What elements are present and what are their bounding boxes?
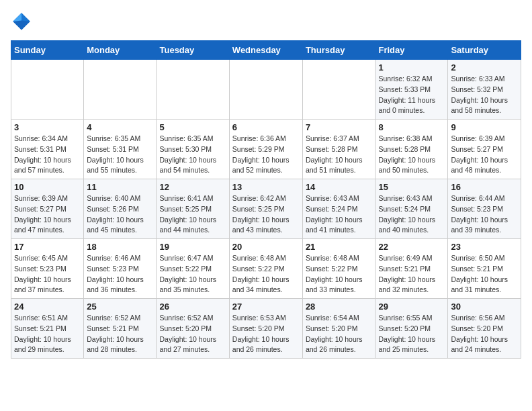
day-number: 19: [159, 242, 226, 252]
calendar-cell: [229, 60, 302, 120]
day-info: Sunrise: 6:43 AM Sunset: 5:24 PM Dayligh…: [378, 193, 445, 236]
day-info: Sunrise: 6:42 AM Sunset: 5:25 PM Dayligh…: [232, 193, 300, 236]
calendar-cell: 28Sunrise: 6:54 AM Sunset: 5:20 PM Dayli…: [302, 299, 375, 359]
weekday-sunday: Sunday: [11, 41, 84, 60]
calendar-cell: 11Sunrise: 6:40 AM Sunset: 5:26 PM Dayli…: [84, 179, 157, 239]
calendar-cell: 19Sunrise: 6:47 AM Sunset: 5:22 PM Dayli…: [157, 239, 229, 299]
day-info: Sunrise: 6:48 AM Sunset: 5:22 PM Dayligh…: [306, 253, 373, 295]
day-number: 21: [306, 242, 373, 252]
day-number: 9: [451, 122, 518, 132]
day-number: 7: [306, 122, 373, 132]
calendar-cell: 15Sunrise: 6:43 AM Sunset: 5:24 PM Dayli…: [375, 179, 448, 239]
day-number: 18: [87, 242, 153, 252]
day-info: Sunrise: 6:49 AM Sunset: 5:21 PM Dayligh…: [378, 253, 445, 295]
day-info: Sunrise: 6:38 AM Sunset: 5:28 PM Dayligh…: [378, 134, 445, 176]
day-number: 29: [378, 302, 445, 312]
day-number: 1: [378, 62, 445, 73]
day-info: Sunrise: 6:44 AM Sunset: 5:23 PM Dayligh…: [451, 193, 518, 236]
day-info: Sunrise: 6:54 AM Sunset: 5:20 PM Dayligh…: [306, 313, 373, 355]
day-info: Sunrise: 6:55 AM Sunset: 5:20 PM Dayligh…: [378, 313, 445, 355]
day-info: Sunrise: 6:39 AM Sunset: 5:27 PM Dayligh…: [451, 134, 518, 176]
calendar-cell: 25Sunrise: 6:52 AM Sunset: 5:21 PM Dayli…: [84, 299, 157, 359]
calendar-header: SundayMondayTuesdayWednesdayThursdayFrid…: [11, 41, 521, 60]
calendar-cell: 30Sunrise: 6:56 AM Sunset: 5:20 PM Dayli…: [448, 299, 521, 359]
svg-marker-1: [21, 13, 30, 21]
calendar-cell: 20Sunrise: 6:48 AM Sunset: 5:22 PM Dayli…: [229, 239, 302, 299]
day-number: 12: [159, 182, 226, 192]
day-number: 23: [451, 242, 518, 252]
weekday-wednesday: Wednesday: [229, 41, 302, 60]
day-number: 15: [378, 182, 445, 192]
calendar-cell: [84, 60, 157, 120]
calendar-cell: 17Sunrise: 6:45 AM Sunset: 5:23 PM Dayli…: [11, 239, 84, 299]
calendar-cell: 27Sunrise: 6:53 AM Sunset: 5:20 PM Dayli…: [229, 299, 302, 359]
day-number: 28: [306, 302, 373, 312]
day-info: Sunrise: 6:35 AM Sunset: 5:31 PM Dayligh…: [87, 134, 153, 176]
day-info: Sunrise: 6:53 AM Sunset: 5:20 PM Dayligh…: [232, 313, 300, 355]
day-info: Sunrise: 6:39 AM Sunset: 5:27 PM Dayligh…: [14, 193, 81, 236]
day-number: 24: [14, 302, 81, 312]
calendar-cell: [11, 60, 84, 120]
day-number: 17: [14, 242, 81, 252]
calendar-table: SundayMondayTuesdayWednesdayThursdayFrid…: [11, 40, 521, 359]
calendar-cell: 8Sunrise: 6:38 AM Sunset: 5:28 PM Daylig…: [375, 120, 448, 179]
day-number: 25: [87, 302, 153, 312]
calendar-cell: 1Sunrise: 6:32 AM Sunset: 5:33 PM Daylig…: [375, 60, 448, 120]
day-info: Sunrise: 6:41 AM Sunset: 5:25 PM Dayligh…: [159, 193, 226, 236]
day-info: Sunrise: 6:52 AM Sunset: 5:20 PM Dayligh…: [159, 313, 226, 355]
calendar-cell: 13Sunrise: 6:42 AM Sunset: 5:25 PM Dayli…: [229, 179, 302, 239]
calendar-cell: 16Sunrise: 6:44 AM Sunset: 5:23 PM Dayli…: [448, 179, 521, 239]
day-info: Sunrise: 6:40 AM Sunset: 5:26 PM Dayligh…: [87, 193, 153, 236]
calendar-cell: 4Sunrise: 6:35 AM Sunset: 5:31 PM Daylig…: [84, 120, 157, 179]
calendar-cell: 29Sunrise: 6:55 AM Sunset: 5:20 PM Dayli…: [375, 299, 448, 359]
day-number: 11: [87, 182, 153, 192]
day-number: 26: [159, 302, 226, 312]
day-number: 10: [14, 182, 81, 192]
day-number: 4: [87, 122, 153, 132]
calendar-cell: 2Sunrise: 6:33 AM Sunset: 5:32 PM Daylig…: [448, 60, 521, 120]
logo-icon: [11, 11, 32, 32]
calendar-week-1: 1Sunrise: 6:32 AM Sunset: 5:33 PM Daylig…: [11, 60, 521, 120]
weekday-header-row: SundayMondayTuesdayWednesdayThursdayFrid…: [11, 41, 521, 60]
day-number: 6: [232, 122, 300, 132]
day-info: Sunrise: 6:46 AM Sunset: 5:23 PM Dayligh…: [87, 253, 153, 295]
calendar-week-4: 17Sunrise: 6:45 AM Sunset: 5:23 PM Dayli…: [11, 239, 521, 299]
day-info: Sunrise: 6:50 AM Sunset: 5:21 PM Dayligh…: [451, 253, 518, 295]
day-number: 30: [451, 302, 518, 312]
day-info: Sunrise: 6:56 AM Sunset: 5:20 PM Dayligh…: [451, 313, 518, 355]
calendar-cell: [302, 60, 375, 120]
calendar-cell: 3Sunrise: 6:34 AM Sunset: 5:31 PM Daylig…: [11, 120, 84, 179]
day-number: 14: [306, 182, 373, 192]
calendar-cell: 21Sunrise: 6:48 AM Sunset: 5:22 PM Dayli…: [302, 239, 375, 299]
calendar-cell: 22Sunrise: 6:49 AM Sunset: 5:21 PM Dayli…: [375, 239, 448, 299]
page-header: [11, 11, 521, 32]
day-info: Sunrise: 6:45 AM Sunset: 5:23 PM Dayligh…: [14, 253, 81, 295]
calendar-cell: 24Sunrise: 6:51 AM Sunset: 5:21 PM Dayli…: [11, 299, 84, 359]
day-number: 16: [451, 182, 518, 192]
calendar-cell: 14Sunrise: 6:43 AM Sunset: 5:24 PM Dayli…: [302, 179, 375, 239]
calendar-cell: 9Sunrise: 6:39 AM Sunset: 5:27 PM Daylig…: [448, 120, 521, 179]
calendar-cell: 23Sunrise: 6:50 AM Sunset: 5:21 PM Dayli…: [448, 239, 521, 299]
calendar-cell: 6Sunrise: 6:36 AM Sunset: 5:29 PM Daylig…: [229, 120, 302, 179]
day-number: 5: [159, 122, 226, 132]
day-number: 3: [14, 122, 81, 132]
weekday-saturday: Saturday: [448, 41, 521, 60]
day-info: Sunrise: 6:52 AM Sunset: 5:21 PM Dayligh…: [87, 313, 153, 355]
calendar-body: 1Sunrise: 6:32 AM Sunset: 5:33 PM Daylig…: [11, 60, 521, 359]
calendar-cell: [157, 60, 229, 120]
calendar-cell: 12Sunrise: 6:41 AM Sunset: 5:25 PM Dayli…: [157, 179, 229, 239]
day-number: 20: [232, 242, 300, 252]
day-number: 8: [378, 122, 445, 132]
calendar-week-2: 3Sunrise: 6:34 AM Sunset: 5:31 PM Daylig…: [11, 120, 521, 179]
day-number: 22: [378, 242, 445, 252]
calendar-cell: 10Sunrise: 6:39 AM Sunset: 5:27 PM Dayli…: [11, 179, 84, 239]
day-info: Sunrise: 6:35 AM Sunset: 5:30 PM Dayligh…: [159, 134, 226, 176]
day-info: Sunrise: 6:51 AM Sunset: 5:21 PM Dayligh…: [14, 313, 81, 355]
calendar-week-5: 24Sunrise: 6:51 AM Sunset: 5:21 PM Dayli…: [11, 299, 521, 359]
calendar-cell: 5Sunrise: 6:35 AM Sunset: 5:30 PM Daylig…: [157, 120, 229, 179]
day-info: Sunrise: 6:37 AM Sunset: 5:28 PM Dayligh…: [306, 134, 373, 176]
weekday-monday: Monday: [84, 41, 157, 60]
day-info: Sunrise: 6:36 AM Sunset: 5:29 PM Dayligh…: [232, 134, 300, 176]
day-info: Sunrise: 6:33 AM Sunset: 5:32 PM Dayligh…: [451, 74, 518, 116]
day-info: Sunrise: 6:48 AM Sunset: 5:22 PM Dayligh…: [232, 253, 300, 295]
